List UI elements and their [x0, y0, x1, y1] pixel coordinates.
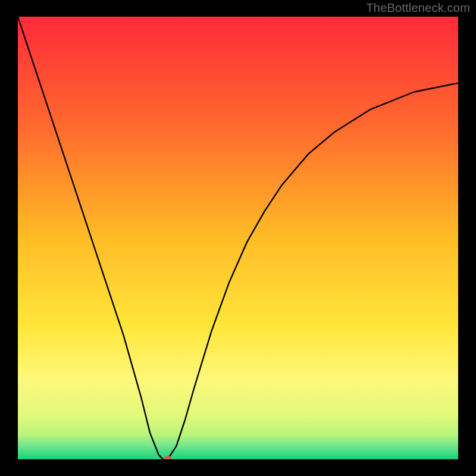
chart-frame: TheBottleneck.com: [0, 0, 476, 476]
bottleneck-chart: [0, 0, 476, 476]
attribution-text: TheBottleneck.com: [366, 1, 470, 15]
plot-background: [18, 17, 458, 459]
optimal-point-marker: [164, 456, 172, 463]
